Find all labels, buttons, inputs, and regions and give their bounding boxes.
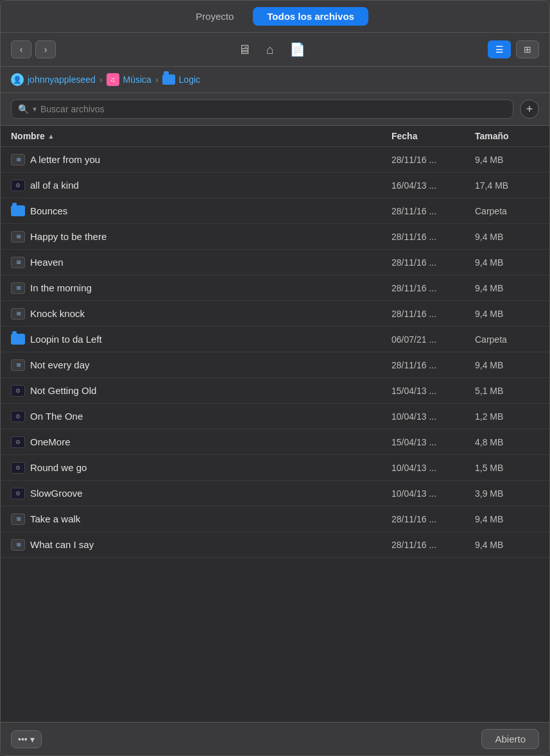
table-row[interactable]: Not every day 28/11/16 ... 9,4 MB [1,352,549,378]
folder-icon [11,334,25,345]
table-row[interactable]: Happy to be there 28/11/16 ... 9,4 MB [1,224,549,250]
audio-icon [11,513,25,525]
row-name-text: In the morning [30,282,92,293]
folder-icon [11,205,25,216]
row-date: 10/04/13 ... [391,411,475,422]
forward-button[interactable]: › [35,40,56,58]
table-row[interactable]: Knock knock 28/11/16 ... 9,4 MB [1,301,549,327]
table-row[interactable]: Not Getting Old 15/04/13 ... 5,1 MB [1,378,549,404]
grid-view-button[interactable]: ⊞ [516,40,539,58]
location-icons: 🖥 ⌂ 📄 [236,39,308,60]
row-name-text: Heaven [30,257,64,268]
row-name-text: Round we go [30,462,87,473]
toolbar: ‹ › 🖥 ⌂ 📄 ☰ ⊞ [1,33,549,67]
search-input[interactable] [40,104,506,114]
table-row[interactable]: On The One 10/04/13 ... 1,2 MB [1,404,549,429]
breadcrumb-logic[interactable]: Logic [162,74,200,85]
back-icon: ‹ [20,44,23,55]
breadcrumb-sep-1: › [99,74,103,85]
back-button[interactable]: ‹ [11,40,31,58]
music-folder-icon: ♫ [107,73,119,86]
add-button[interactable]: + [520,99,539,119]
audio-icon [11,154,25,166]
row-size: 9,4 MB [475,514,539,524]
tab-todos-archivos[interactable]: Todos los archivos [253,7,368,26]
open-button[interactable]: Abierto [481,729,539,749]
audio-icon [11,359,25,371]
document-icon[interactable]: 📄 [287,39,308,60]
row-name: Not Getting Old [11,385,391,397]
row-name-text: Happy to be there [30,231,107,242]
breadcrumb-music[interactable]: ♫ Música [107,73,151,86]
row-size: 1,5 MB [475,463,539,473]
row-size: 5,1 MB [475,386,539,396]
table-row[interactable]: all of a kind 16/04/13 ... 17,4 MB [1,173,549,198]
row-date: 28/11/16 ... [391,232,475,242]
search-input-wrapper[interactable]: 🔍 ▾ [11,99,513,119]
row-name-text: A letter from you [30,154,100,165]
column-name-label: Nombre [11,131,45,141]
list-view-button[interactable]: ☰ [488,40,511,58]
file-table: Nombre ▲ Fecha Tamaño A letter from you … [1,126,549,722]
row-date: 28/11/16 ... [391,309,475,319]
row-date: 10/04/13 ... [391,488,475,499]
column-size-label: Tamaño [475,131,509,141]
column-header-date[interactable]: Fecha [391,131,475,141]
row-name-text: SlowGroove [30,488,83,499]
table-body: A letter from you 28/11/16 ... 9,4 MB al… [1,147,549,558]
row-size: 9,4 MB [475,232,539,242]
row-name: Happy to be there [11,231,391,243]
main-window: Proyecto Todos los archivos ‹ › 🖥 ⌂ 📄 ☰ … [0,0,550,756]
row-name: What can I say [11,539,391,551]
table-row[interactable]: Bounces 28/11/16 ... Carpeta [1,198,549,224]
breadcrumb-user[interactable]: 👤 johnnyappleseed [11,73,96,86]
row-size: 9,4 MB [475,309,539,319]
home-icon[interactable]: ⌂ [264,40,277,60]
monitor-icon[interactable]: 🖥 [236,40,254,60]
table-row[interactable]: Round we go 10/04/13 ... 1,5 MB [1,455,549,481]
tab-proyecto[interactable]: Proyecto [182,7,248,26]
row-name: Round we go [11,462,391,474]
row-date: 16/04/13 ... [391,180,475,191]
table-row[interactable]: Take a walk 28/11/16 ... 9,4 MB [1,506,549,532]
row-date: 15/04/13 ... [391,386,475,396]
row-name-text: Loopin to da Left [30,334,102,345]
row-name: Take a walk [11,513,391,525]
row-size: 4,8 MB [475,437,539,447]
logic-folder-icon [162,74,175,85]
row-size: 9,4 MB [475,283,539,293]
column-date-label: Fecha [391,131,417,141]
breadcrumb: 👤 johnnyappleseed › ♫ Música › Logic [1,67,549,93]
row-name: In the morning [11,282,391,294]
table-row[interactable]: A letter from you 28/11/16 ... 9,4 MB [1,147,549,173]
table-row[interactable]: Loopin to da Left 06/07/21 ... Carpeta [1,327,549,352]
audio-icon [11,257,25,268]
table-row[interactable]: OneMore 15/04/13 ... 4,8 MB [1,429,549,455]
row-date: 28/11/16 ... [391,283,475,293]
sort-arrow-icon: ▲ [47,132,55,140]
project-icon [11,488,25,499]
row-size: 17,4 MB [475,180,539,191]
column-header-name[interactable]: Nombre ▲ [11,131,391,141]
search-filter-icon[interactable]: ▾ [33,105,37,114]
row-name: Loopin to da Left [11,334,391,345]
row-name: OneMore [11,436,391,448]
row-name: SlowGroove [11,488,391,499]
row-name: Not every day [11,359,391,371]
column-header-size[interactable]: Tamaño [475,131,539,141]
row-name-text: all of a kind [30,180,79,191]
table-row[interactable]: SlowGroove 10/04/13 ... 3,9 MB [1,481,549,506]
table-row[interactable]: In the morning 28/11/16 ... 9,4 MB [1,275,549,301]
audio-icon [11,231,25,243]
row-date: 15/04/13 ... [391,437,475,447]
audio-icon [11,308,25,320]
row-name-text: On The One [30,411,83,422]
breadcrumb-logic-label: Logic [179,74,200,85]
forward-icon: › [44,44,47,55]
more-options-button[interactable]: ••• ▾ [11,730,42,748]
table-row[interactable]: What can I say 28/11/16 ... 9,4 MB [1,532,549,558]
table-row[interactable]: Heaven 28/11/16 ... 9,4 MB [1,250,549,275]
project-icon [11,385,25,397]
row-date: 06/07/21 ... [391,334,475,345]
more-icon: ••• [18,734,28,744]
